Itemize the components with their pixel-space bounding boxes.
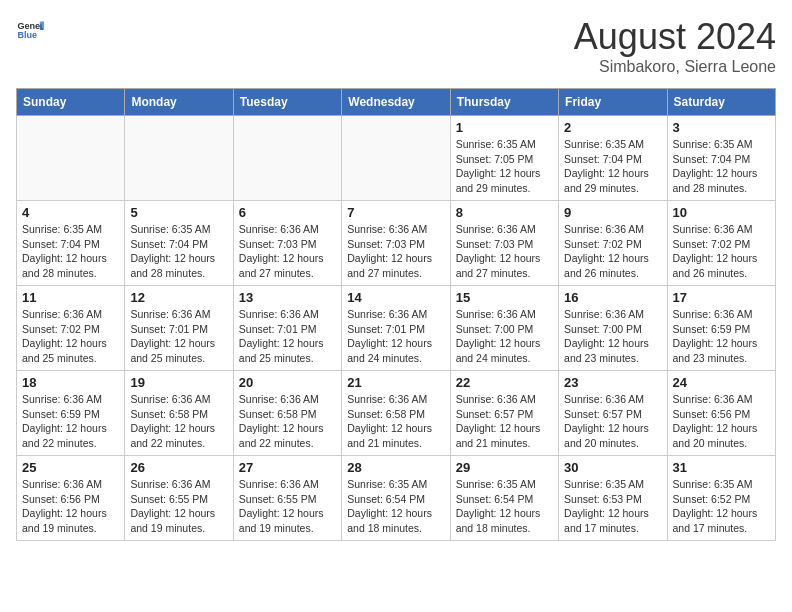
- calendar-cell: 31Sunrise: 6:35 AM Sunset: 6:52 PM Dayli…: [667, 456, 775, 541]
- day-header-friday: Friday: [559, 89, 667, 116]
- day-number: 24: [673, 375, 770, 390]
- day-header-monday: Monday: [125, 89, 233, 116]
- day-info: Sunrise: 6:35 AM Sunset: 7:05 PM Dayligh…: [456, 137, 553, 196]
- day-header-wednesday: Wednesday: [342, 89, 450, 116]
- calendar-cell: 6Sunrise: 6:36 AM Sunset: 7:03 PM Daylig…: [233, 201, 341, 286]
- main-title: August 2024: [574, 16, 776, 58]
- day-number: 7: [347, 205, 444, 220]
- calendar-cell: 8Sunrise: 6:36 AM Sunset: 7:03 PM Daylig…: [450, 201, 558, 286]
- day-header-thursday: Thursday: [450, 89, 558, 116]
- calendar-cell: 9Sunrise: 6:36 AM Sunset: 7:02 PM Daylig…: [559, 201, 667, 286]
- day-number: 22: [456, 375, 553, 390]
- day-number: 23: [564, 375, 661, 390]
- day-info: Sunrise: 6:36 AM Sunset: 7:00 PM Dayligh…: [456, 307, 553, 366]
- day-info: Sunrise: 6:35 AM Sunset: 6:54 PM Dayligh…: [456, 477, 553, 536]
- calendar-cell: [125, 116, 233, 201]
- calendar-cell: 20Sunrise: 6:36 AM Sunset: 6:58 PM Dayli…: [233, 371, 341, 456]
- calendar-cell: 7Sunrise: 6:36 AM Sunset: 7:03 PM Daylig…: [342, 201, 450, 286]
- day-info: Sunrise: 6:36 AM Sunset: 7:01 PM Dayligh…: [347, 307, 444, 366]
- day-number: 9: [564, 205, 661, 220]
- day-header-saturday: Saturday: [667, 89, 775, 116]
- day-number: 17: [673, 290, 770, 305]
- calendar-cell: 29Sunrise: 6:35 AM Sunset: 6:54 PM Dayli…: [450, 456, 558, 541]
- calendar-cell: 27Sunrise: 6:36 AM Sunset: 6:55 PM Dayli…: [233, 456, 341, 541]
- calendar-cell: 24Sunrise: 6:36 AM Sunset: 6:56 PM Dayli…: [667, 371, 775, 456]
- calendar-table: SundayMondayTuesdayWednesdayThursdayFrid…: [16, 88, 776, 541]
- day-info: Sunrise: 6:35 AM Sunset: 6:54 PM Dayligh…: [347, 477, 444, 536]
- day-info: Sunrise: 6:36 AM Sunset: 6:55 PM Dayligh…: [239, 477, 336, 536]
- calendar-cell: 19Sunrise: 6:36 AM Sunset: 6:58 PM Dayli…: [125, 371, 233, 456]
- day-info: Sunrise: 6:36 AM Sunset: 6:55 PM Dayligh…: [130, 477, 227, 536]
- day-number: 3: [673, 120, 770, 135]
- day-info: Sunrise: 6:36 AM Sunset: 7:03 PM Dayligh…: [239, 222, 336, 281]
- day-number: 27: [239, 460, 336, 475]
- day-number: 8: [456, 205, 553, 220]
- day-number: 31: [673, 460, 770, 475]
- calendar-cell: 30Sunrise: 6:35 AM Sunset: 6:53 PM Dayli…: [559, 456, 667, 541]
- day-info: Sunrise: 6:36 AM Sunset: 7:03 PM Dayligh…: [347, 222, 444, 281]
- calendar-cell: 22Sunrise: 6:36 AM Sunset: 6:57 PM Dayli…: [450, 371, 558, 456]
- day-number: 4: [22, 205, 119, 220]
- day-info: Sunrise: 6:36 AM Sunset: 7:00 PM Dayligh…: [564, 307, 661, 366]
- day-info: Sunrise: 6:35 AM Sunset: 7:04 PM Dayligh…: [22, 222, 119, 281]
- day-number: 25: [22, 460, 119, 475]
- day-number: 5: [130, 205, 227, 220]
- day-header-sunday: Sunday: [17, 89, 125, 116]
- day-info: Sunrise: 6:36 AM Sunset: 7:02 PM Dayligh…: [564, 222, 661, 281]
- day-info: Sunrise: 6:36 AM Sunset: 6:58 PM Dayligh…: [347, 392, 444, 451]
- day-number: 28: [347, 460, 444, 475]
- day-info: Sunrise: 6:36 AM Sunset: 6:59 PM Dayligh…: [22, 392, 119, 451]
- day-info: Sunrise: 6:35 AM Sunset: 6:52 PM Dayligh…: [673, 477, 770, 536]
- calendar-cell: 15Sunrise: 6:36 AM Sunset: 7:00 PM Dayli…: [450, 286, 558, 371]
- day-number: 12: [130, 290, 227, 305]
- day-number: 20: [239, 375, 336, 390]
- calendar-cell: 12Sunrise: 6:36 AM Sunset: 7:01 PM Dayli…: [125, 286, 233, 371]
- day-info: Sunrise: 6:36 AM Sunset: 7:01 PM Dayligh…: [130, 307, 227, 366]
- sub-title: Simbakoro, Sierra Leone: [574, 58, 776, 76]
- day-number: 18: [22, 375, 119, 390]
- calendar-cell: 13Sunrise: 6:36 AM Sunset: 7:01 PM Dayli…: [233, 286, 341, 371]
- day-number: 2: [564, 120, 661, 135]
- day-number: 6: [239, 205, 336, 220]
- day-info: Sunrise: 6:36 AM Sunset: 6:59 PM Dayligh…: [673, 307, 770, 366]
- calendar-cell: 3Sunrise: 6:35 AM Sunset: 7:04 PM Daylig…: [667, 116, 775, 201]
- calendar-cell: 16Sunrise: 6:36 AM Sunset: 7:00 PM Dayli…: [559, 286, 667, 371]
- day-number: 10: [673, 205, 770, 220]
- day-number: 15: [456, 290, 553, 305]
- day-info: Sunrise: 6:35 AM Sunset: 7:04 PM Dayligh…: [564, 137, 661, 196]
- day-number: 21: [347, 375, 444, 390]
- day-info: Sunrise: 6:36 AM Sunset: 7:02 PM Dayligh…: [22, 307, 119, 366]
- calendar-cell: 21Sunrise: 6:36 AM Sunset: 6:58 PM Dayli…: [342, 371, 450, 456]
- day-number: 30: [564, 460, 661, 475]
- calendar-cell: 5Sunrise: 6:35 AM Sunset: 7:04 PM Daylig…: [125, 201, 233, 286]
- svg-text:Blue: Blue: [17, 30, 37, 40]
- calendar-cell: 14Sunrise: 6:36 AM Sunset: 7:01 PM Dayli…: [342, 286, 450, 371]
- calendar-cell: 11Sunrise: 6:36 AM Sunset: 7:02 PM Dayli…: [17, 286, 125, 371]
- day-number: 1: [456, 120, 553, 135]
- logo: General Blue: [16, 16, 44, 44]
- calendar-cell: 17Sunrise: 6:36 AM Sunset: 6:59 PM Dayli…: [667, 286, 775, 371]
- day-info: Sunrise: 6:35 AM Sunset: 7:04 PM Dayligh…: [130, 222, 227, 281]
- day-info: Sunrise: 6:36 AM Sunset: 7:03 PM Dayligh…: [456, 222, 553, 281]
- calendar-cell: 23Sunrise: 6:36 AM Sunset: 6:57 PM Dayli…: [559, 371, 667, 456]
- day-info: Sunrise: 6:36 AM Sunset: 6:58 PM Dayligh…: [130, 392, 227, 451]
- calendar-cell: [233, 116, 341, 201]
- day-info: Sunrise: 6:36 AM Sunset: 6:56 PM Dayligh…: [22, 477, 119, 536]
- day-info: Sunrise: 6:36 AM Sunset: 7:01 PM Dayligh…: [239, 307, 336, 366]
- day-info: Sunrise: 6:36 AM Sunset: 6:58 PM Dayligh…: [239, 392, 336, 451]
- calendar-cell: [17, 116, 125, 201]
- day-number: 16: [564, 290, 661, 305]
- day-number: 26: [130, 460, 227, 475]
- day-info: Sunrise: 6:35 AM Sunset: 6:53 PM Dayligh…: [564, 477, 661, 536]
- calendar-cell: 4Sunrise: 6:35 AM Sunset: 7:04 PM Daylig…: [17, 201, 125, 286]
- calendar-cell: 28Sunrise: 6:35 AM Sunset: 6:54 PM Dayli…: [342, 456, 450, 541]
- calendar-cell: [342, 116, 450, 201]
- day-number: 29: [456, 460, 553, 475]
- day-number: 14: [347, 290, 444, 305]
- calendar-cell: 18Sunrise: 6:36 AM Sunset: 6:59 PM Dayli…: [17, 371, 125, 456]
- page-header: General Blue August 2024 Simbakoro, Sier…: [16, 16, 776, 76]
- day-info: Sunrise: 6:36 AM Sunset: 7:02 PM Dayligh…: [673, 222, 770, 281]
- calendar-cell: 10Sunrise: 6:36 AM Sunset: 7:02 PM Dayli…: [667, 201, 775, 286]
- title-block: August 2024 Simbakoro, Sierra Leone: [574, 16, 776, 76]
- calendar-cell: 25Sunrise: 6:36 AM Sunset: 6:56 PM Dayli…: [17, 456, 125, 541]
